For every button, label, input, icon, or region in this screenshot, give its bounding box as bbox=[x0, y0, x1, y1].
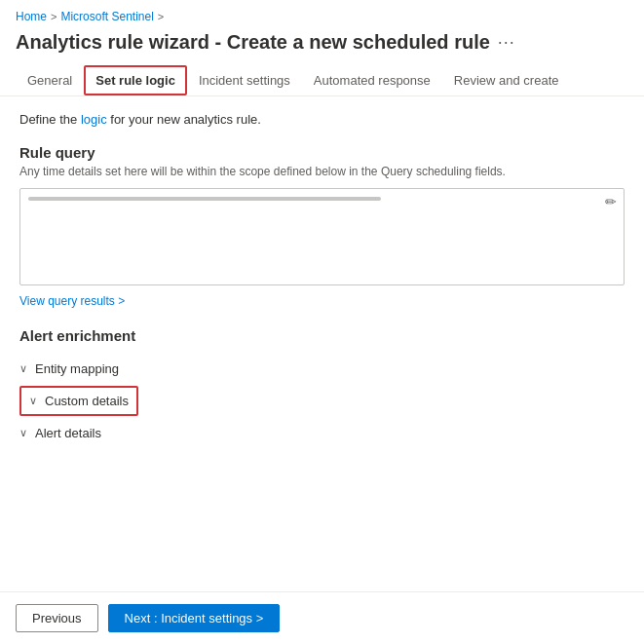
accordion-alert-details[interactable]: ∨ Alert details bbox=[19, 420, 625, 446]
chevron-alert-details: ∨ bbox=[19, 427, 27, 439]
tab-set-rule-logic[interactable]: Set rule logic bbox=[84, 65, 187, 95]
footer: Previous Next : Incident settings > bbox=[0, 591, 644, 644]
view-query-results-link[interactable]: View query results > bbox=[19, 294, 125, 308]
accordion-entity-mapping[interactable]: ∨ Entity mapping bbox=[19, 356, 625, 382]
chevron-custom-details: ∨ bbox=[29, 395, 37, 407]
define-logic-text: Define the logic for your new analytics … bbox=[19, 112, 625, 127]
content-area: Define the logic for your new analytics … bbox=[0, 96, 644, 462]
more-options-icon[interactable]: ··· bbox=[498, 32, 515, 53]
tab-general[interactable]: General bbox=[16, 65, 84, 95]
tab-incident-settings[interactable]: Incident settings bbox=[187, 65, 302, 95]
edit-icon[interactable]: ✏ bbox=[605, 194, 617, 209]
page-title-row: Analytics rule wizard - Create a new sch… bbox=[0, 27, 644, 65]
alert-enrichment-section: Alert enrichment ∨ Entity mapping ∨ Cust… bbox=[19, 327, 625, 446]
previous-button[interactable]: Previous bbox=[16, 604, 98, 632]
tabs-bar: General Set rule logic Incident settings… bbox=[0, 65, 644, 96]
breadcrumb-home[interactable]: Home bbox=[16, 10, 47, 23]
define-label: Define the bbox=[19, 112, 77, 127]
breadcrumb-sep2: > bbox=[158, 11, 164, 22]
rule-query-title: Rule query bbox=[19, 144, 625, 161]
entity-mapping-label: Entity mapping bbox=[35, 361, 119, 376]
chevron-entity-mapping: ∨ bbox=[19, 362, 27, 375]
page-title: Analytics rule wizard - Create a new sch… bbox=[16, 31, 490, 54]
tab-automated-response[interactable]: Automated response bbox=[302, 65, 442, 95]
next-button[interactable]: Next : Incident settings > bbox=[108, 604, 281, 632]
query-box[interactable] bbox=[19, 188, 625, 285]
query-box-wrapper: ✏ bbox=[19, 188, 625, 285]
custom-details-label: Custom details bbox=[45, 394, 129, 408]
rule-query-desc: Any time details set here will be within… bbox=[19, 165, 625, 178]
breadcrumb-sep1: > bbox=[51, 11, 57, 22]
define-rest: for your new analytics rule. bbox=[110, 112, 261, 127]
query-inner-bar bbox=[28, 197, 381, 201]
alert-details-label: Alert details bbox=[35, 426, 101, 440]
define-highlight: logic bbox=[81, 112, 107, 127]
tab-review-and-create[interactable]: Review and create bbox=[442, 65, 571, 95]
rule-query-section: Rule query Any time details set here wil… bbox=[19, 144, 625, 327]
breadcrumb-sentinel[interactable]: Microsoft Sentinel bbox=[60, 10, 153, 23]
alert-enrichment-title: Alert enrichment bbox=[19, 327, 625, 344]
accordion-custom-details[interactable]: ∨ Custom details bbox=[19, 386, 138, 416]
breadcrumb: Home > Microsoft Sentinel > bbox=[0, 0, 644, 27]
